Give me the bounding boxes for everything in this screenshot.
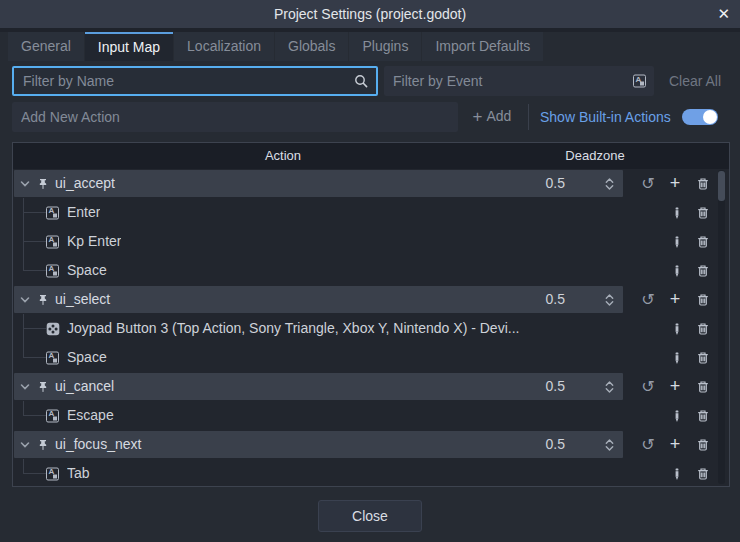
delete-event-button[interactable] — [694, 314, 712, 343]
add-event-button[interactable]: + — [666, 430, 684, 459]
keyboard-icon — [633, 75, 646, 88]
add-action-input[interactable] — [12, 102, 458, 132]
revert-action-button[interactable]: ↺ — [639, 430, 657, 459]
event-label[interactable]: Joypad Button 3 (Top Action, Sony Triang… — [67, 314, 519, 343]
close-button[interactable]: Close — [318, 500, 422, 532]
edit-event-button[interactable] — [669, 343, 685, 372]
chevron-down-icon[interactable] — [20, 296, 30, 304]
pin-icon — [36, 293, 50, 307]
add-event-button[interactable]: + — [666, 169, 684, 198]
add-action-button[interactable]: +Add — [462, 102, 522, 132]
event-row: Joypad Button 3 (Top Action, Sony Triang… — [13, 314, 729, 343]
action-name[interactable]: ui_accept — [55, 169, 115, 198]
show-builtin-actions-toggle[interactable] — [682, 109, 718, 125]
plus-icon: + — [473, 107, 483, 126]
revert-action-button[interactable]: ↺ — [639, 169, 657, 198]
scrollbar[interactable] — [718, 170, 725, 484]
event-row: Space — [13, 256, 729, 285]
scrollbar-thumb[interactable] — [718, 171, 725, 201]
window-titlebar: Project Settings (project.godot) ✕ — [0, 0, 740, 28]
deadzone-value[interactable]: 0.5 — [493, 285, 565, 314]
event-label[interactable]: Escape — [67, 401, 114, 430]
tab-globals[interactable]: Globals — [275, 32, 348, 61]
spinner-updown-icon[interactable] — [605, 438, 614, 452]
delete-event-button[interactable] — [694, 227, 712, 256]
deadzone-value[interactable]: 0.5 — [493, 169, 565, 198]
pin-icon — [36, 177, 50, 191]
column-header-action: Action — [13, 143, 553, 169]
action-name[interactable]: ui_cancel — [55, 372, 114, 401]
tree-guide-line — [23, 401, 24, 416]
edit-event-button[interactable] — [669, 401, 685, 430]
delete-event-button[interactable] — [694, 343, 712, 372]
pin-icon — [36, 380, 50, 394]
event-row: Kp Enter — [13, 227, 729, 256]
tab-general[interactable]: General — [8, 32, 84, 61]
tab-localization[interactable]: Localization — [174, 32, 274, 61]
add-event-button[interactable]: + — [666, 285, 684, 314]
action-row: ui_accept 0.5 ↺ + — [13, 169, 729, 198]
spinner-updown-icon[interactable] — [605, 293, 614, 307]
delete-event-button[interactable] — [694, 459, 712, 488]
event-label[interactable]: Space — [67, 256, 107, 285]
keyboard-icon — [46, 206, 59, 219]
joypad-icon — [46, 322, 60, 336]
event-label[interactable]: Space — [67, 343, 107, 372]
delete-action-button[interactable] — [694, 169, 712, 198]
action-name[interactable]: ui_select — [55, 285, 110, 314]
delete-event-button[interactable] — [694, 198, 712, 227]
filter-event-field — [384, 66, 654, 96]
delete-action-button[interactable] — [694, 372, 712, 401]
event-row: Tab — [13, 459, 729, 488]
spinner-updown-icon[interactable] — [605, 177, 614, 191]
event-label[interactable]: Enter — [67, 198, 100, 227]
tree-guide-line — [23, 328, 46, 329]
column-header-deadzone: Deadzone — [525, 143, 665, 169]
tab-bar: GeneralInput MapLocalizationGlobalsPlugi… — [0, 32, 740, 61]
input-map-table: Action Deadzone ui_accept 0.5 ↺ + Enter … — [12, 142, 730, 487]
clear-all-button[interactable]: Clear All — [662, 66, 728, 96]
edit-event-button[interactable] — [669, 198, 685, 227]
tab-plugins[interactable]: Plugins — [349, 32, 421, 61]
edit-event-button[interactable] — [669, 227, 685, 256]
filter-name-input[interactable] — [14, 68, 376, 94]
edit-event-button[interactable] — [669, 459, 685, 488]
tab-import-defaults[interactable]: Import Defaults — [422, 32, 543, 61]
delete-event-button[interactable] — [694, 401, 712, 430]
tree-guide-line — [23, 459, 24, 474]
table-header: Action Deadzone — [13, 143, 729, 169]
edit-event-button[interactable] — [669, 314, 685, 343]
delete-action-button[interactable] — [694, 285, 712, 314]
event-label[interactable]: Kp Enter — [67, 227, 121, 256]
keyboard-icon — [46, 467, 59, 480]
keyboard-icon — [46, 351, 59, 364]
event-label[interactable]: Tab — [67, 459, 90, 488]
add-button-label: Add — [487, 108, 512, 124]
filter-event-input[interactable] — [384, 66, 654, 96]
chevron-down-icon[interactable] — [20, 441, 30, 449]
deadzone-value[interactable]: 0.5 — [493, 430, 565, 459]
tree-guide-line — [23, 357, 46, 358]
edit-event-button[interactable] — [669, 256, 685, 285]
delete-event-button[interactable] — [694, 256, 712, 285]
tab-input-map[interactable]: Input Map — [85, 32, 173, 61]
vertical-divider — [528, 104, 529, 130]
action-row: ui_select 0.5 ↺ + — [13, 285, 729, 314]
action-row: ui_focus_next 0.5 ↺ + — [13, 430, 729, 459]
spinner-updown-icon[interactable] — [605, 380, 614, 394]
tree-guide-line — [23, 270, 46, 271]
show-builtin-actions-label[interactable]: Show Built-in Actions — [540, 102, 671, 132]
action-name[interactable]: ui_focus_next — [55, 430, 141, 459]
chevron-down-icon[interactable] — [20, 180, 30, 188]
event-row: Space — [13, 343, 729, 372]
revert-action-button[interactable]: ↺ — [639, 372, 657, 401]
revert-action-button[interactable]: ↺ — [639, 285, 657, 314]
window-close-icon[interactable]: ✕ — [717, 0, 730, 28]
delete-action-button[interactable] — [694, 430, 712, 459]
chevron-down-icon[interactable] — [20, 383, 30, 391]
action-row: ui_cancel 0.5 ↺ + — [13, 372, 729, 401]
deadzone-value[interactable]: 0.5 — [493, 372, 565, 401]
add-action-field — [12, 102, 458, 132]
add-event-button[interactable]: + — [666, 372, 684, 401]
toggle-knob — [703, 110, 717, 124]
